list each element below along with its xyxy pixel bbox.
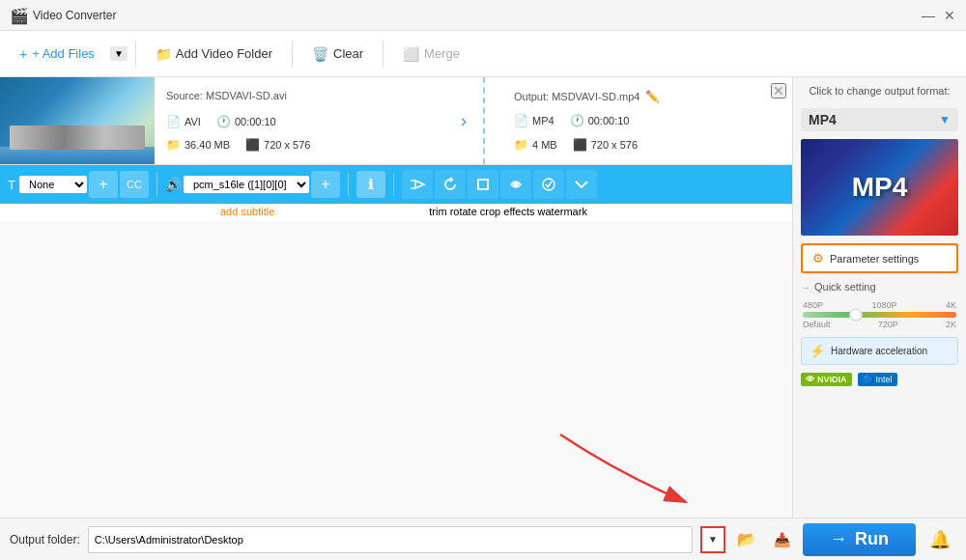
file-thumbnail — [0, 77, 155, 164]
edit-toolbar: T None + CC 🔊 pcm_s16le ([1][0][0] + — [0, 165, 792, 204]
trim-button[interactable] — [402, 170, 433, 199]
output-resolution: ⬛ 720 x 576 — [573, 138, 638, 152]
format-dropdown-icon: ▼ — [939, 113, 951, 126]
red-arrow-annotation — [541, 415, 734, 518]
preview-text: MP4 — [852, 172, 908, 203]
output-path-input[interactable] — [88, 526, 693, 553]
more-edit-button[interactable] — [566, 170, 597, 199]
intel-badge: 🔵 Intel — [858, 373, 897, 386]
hw-icon: ⚡ — [810, 344, 825, 358]
edit-tools-group — [402, 170, 597, 199]
output-size: 📁 4 MB — [514, 138, 557, 152]
subtitle-select[interactable]: None — [19, 176, 87, 193]
alarm-button[interactable]: 🔔 — [923, 523, 956, 556]
source-size: 📁 36.40 MB — [166, 138, 230, 152]
add-video-folder-label: Add Video Folder — [176, 46, 272, 61]
run-label: Run — [855, 529, 889, 549]
hw-accel-label: Hardware acceleration — [831, 346, 927, 356]
format-icon: 📄 — [166, 115, 181, 128]
browse-folder-button[interactable]: 📂 — [733, 526, 760, 553]
settings-icon: ⚙ — [812, 251, 824, 266]
nvidia-eye-icon: 👁 — [806, 375, 814, 384]
path-dropdown-button[interactable]: ▼ — [700, 526, 725, 553]
clock-icon: 🕐 — [216, 115, 231, 128]
toolbar-divider-3 — [383, 41, 384, 68]
import-button[interactable]: 📥 — [768, 526, 795, 553]
edit-icon[interactable]: ✏️ — [645, 90, 660, 103]
parameter-settings-button[interactable]: ⚙ Parameter settings — [801, 243, 958, 273]
run-button[interactable]: → Run — [803, 523, 916, 556]
close-button[interactable]: ✕ — [943, 9, 956, 22]
run-arrow-icon: → — [830, 529, 847, 549]
empty-drop-area — [0, 221, 792, 518]
quality-slider-area: 480P 1080P 4K Default 720P 2K — [801, 300, 958, 329]
hardware-acceleration-button[interactable]: ⚡ Hardware acceleration — [801, 337, 958, 365]
title-bar: 🎬 Video Converter — ✕ — [0, 0, 966, 31]
output-meta-row-1: 📄 MP4 🕐 00:00:10 — [514, 114, 781, 127]
svg-rect-0 — [478, 180, 488, 189]
format-selector[interactable]: MP4 ▼ — [801, 108, 958, 131]
output-info: Output: MSDVAVI-SD.mp4 ✏️ 📄 MP4 🕐 00:00:… — [502, 77, 792, 164]
format-preview[interactable]: MP4 — [801, 139, 958, 236]
format-name: MP4 — [809, 112, 837, 127]
close-file-button[interactable]: ✕ — [771, 83, 786, 98]
source-res-value: 720 x 576 — [264, 139, 310, 151]
clear-icon: 🗑️ — [312, 46, 328, 62]
merge-button[interactable]: ⬜ Merge — [391, 41, 471, 68]
edit-divider-3 — [393, 173, 394, 196]
output-size-value: 4 MB — [532, 139, 557, 151]
param-settings-label: Parameter settings — [830, 253, 919, 265]
rotate-button[interactable] — [435, 170, 466, 199]
add-files-dropdown[interactable]: ▼ — [110, 46, 128, 61]
output-format: 📄 MP4 — [514, 114, 554, 127]
quality-labels-bottom: Default 720P 2K — [803, 320, 956, 329]
subtitle-cc-button[interactable]: CC — [120, 171, 149, 198]
output-file-icon: 📁 — [514, 138, 528, 152]
subtitle-add-button[interactable]: + — [89, 171, 118, 198]
bottom-bar: Output folder: ▼ 📂 📥 → Run 🔔 — [0, 518, 966, 560]
clear-button[interactable]: 🗑️ Clear — [300, 41, 375, 68]
content-wrapper: Source: MSDVAVI-SD.avi 📄 AVI 🕐 00:00:10 — [0, 77, 792, 518]
window-controls: — ✕ — [922, 9, 956, 22]
label-480p: 480P — [803, 300, 823, 310]
toolbar-divider-2 — [292, 41, 293, 68]
quick-setting-arrow-icon: → — [801, 282, 810, 293]
file-area: Source: MSDVAVI-SD.avi 📄 AVI 🕐 00:00:10 — [0, 77, 792, 221]
add-files-button[interactable]: + + Add Files — [8, 41, 106, 68]
info-button[interactable]: ℹ — [356, 171, 385, 198]
quality-slider-thumb[interactable] — [849, 308, 863, 322]
arrow-separator: › — [444, 77, 483, 164]
minimize-button[interactable]: — — [922, 9, 935, 22]
source-size-value: 36.40 MB — [185, 139, 230, 151]
watermark-button[interactable] — [533, 170, 564, 199]
res-icon: ⬛ — [245, 138, 260, 152]
source-meta-row-2: 📁 36.40 MB ⬛ 720 x 576 — [166, 138, 433, 152]
audio-select[interactable]: pcm_s16le ([1][0][0] — [184, 176, 309, 193]
app-icon: 🎬 — [10, 7, 27, 24]
edit-divider-1 — [156, 173, 157, 196]
subtitle-spacer — [8, 206, 220, 217]
alarm-icon: 🔔 — [929, 529, 951, 550]
right-arrow-icon: › — [461, 111, 467, 131]
subtitle-T-icon: T — [8, 178, 15, 192]
add-files-label: + Add Files — [32, 46, 95, 61]
audio-add-button[interactable]: + — [311, 171, 340, 198]
quality-slider-track[interactable] — [803, 312, 956, 318]
thumb-bridge — [10, 126, 145, 150]
app-title: Video Converter — [33, 9, 922, 22]
nvidia-badge: 👁 NVIDIA — [801, 373, 852, 386]
subtitle-group: T None + CC — [8, 171, 149, 198]
edit-labels-row: add subtitle trim rotate crop effects wa… — [0, 204, 792, 221]
toolbar-divider-1 — [135, 41, 136, 68]
source-label: Source: MSDVAVI-SD.avi — [166, 90, 433, 101]
clear-label: Clear — [333, 46, 363, 61]
crop-button[interactable] — [468, 170, 498, 199]
merge-icon: ⬜ — [403, 46, 419, 62]
label-2k: 2K — [946, 320, 956, 329]
output-clock-icon: 🕐 — [570, 114, 584, 127]
label-default: Default — [803, 320, 831, 329]
effects-button[interactable] — [500, 170, 531, 199]
audio-group: 🔊 pcm_s16le ([1][0][0] + — [165, 171, 340, 198]
add-video-folder-button[interactable]: 📁 Add Video Folder — [144, 41, 284, 68]
output-duration: 🕐 00:00:10 — [570, 114, 630, 127]
